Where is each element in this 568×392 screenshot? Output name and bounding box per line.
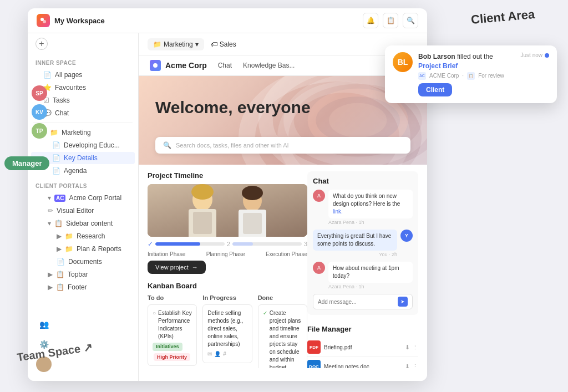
portal-nav-chat[interactable]: Chat	[218, 62, 232, 69]
folder-research-icon: ▶	[57, 232, 62, 240]
expand-icon: ▾	[48, 220, 51, 227]
clipboard-button[interactable]: 📋	[383, 13, 398, 28]
more-icon-1[interactable]: ⋮	[412, 344, 418, 351]
chevron-down-icon: ▾	[195, 40, 199, 48]
client-portals-label: CLIENT PORTALS	[28, 177, 138, 191]
doc-icon3: 📄	[52, 167, 60, 175]
notification-popup: BL Bob Larson filled out the Project Bri…	[385, 45, 557, 103]
svg-point-1	[43, 20, 46, 23]
expand-icon2: ▶	[48, 271, 53, 278]
file-name-1: Briefing.pdf	[324, 344, 402, 350]
chat-message-1: A What do you think on new design option…	[313, 190, 413, 225]
notif-text: Bob Larson filled out the Project Brief	[418, 52, 515, 71]
sidebar-item-footer[interactable]: ▶ 📋 Footer	[31, 281, 135, 293]
progress-bar-1	[155, 242, 225, 246]
app-logo	[37, 14, 50, 27]
file-manager-section: File Manager PDF Briefing.pdf ⬇ ⋮	[307, 325, 418, 368]
portal-content: Acme Corp Chat Knowledge Bas... W	[139, 55, 427, 381]
svg-rect-10	[193, 212, 212, 234]
content-panels: Project Timeline	[139, 165, 427, 368]
workspace-title: My Workspace	[54, 17, 358, 25]
sidebar-item-documents[interactable]: 📄 Documents	[31, 256, 135, 268]
users-icon[interactable]: 👥	[36, 317, 52, 332]
chat-widget-title: Chat	[313, 177, 413, 185]
footer-icon: 📋	[56, 283, 64, 291]
sidebar-bottom-actions: 👥 ⚙️	[32, 317, 55, 372]
folder-nav-icon: 📁	[153, 40, 161, 48]
chat-widget: Chat A What do you think on new design o…	[307, 171, 418, 315]
notif-link[interactable]: Project Brief	[418, 62, 458, 70]
avatar-kv[interactable]: KV	[32, 104, 47, 120]
sidebar-item-acme-corp[interactable]: ▾ AC Acme Corp Portal	[31, 192, 135, 204]
chat-avatar-azara1: A	[313, 190, 325, 202]
doc-icon: 📄	[52, 141, 60, 149]
notif-avatar: BL	[393, 52, 413, 72]
left-panel: Project Timeline	[148, 171, 307, 362]
chat-bubble-1: What do you think on new design options?…	[328, 190, 413, 218]
arrow-right-icon: →	[192, 264, 198, 271]
top-bar: My Workspace 🔔 📋 🔍	[28, 8, 427, 33]
chat-link[interactable]: link.	[333, 208, 343, 215]
welcome-banner: Welcome, everyone 🔍 Search docs, tasks, …	[139, 76, 427, 165]
notif-dot	[545, 53, 549, 58]
sales-nav[interactable]: 🏷 Sales	[211, 40, 236, 48]
kanban-todo-card: ○ Establish Key Performance Indicators (…	[148, 304, 197, 366]
portal-title-bar: Acme Corp Chat Knowledge Bas...	[139, 55, 427, 76]
chat-input-field[interactable]	[318, 299, 394, 305]
sidebar-item-topbar[interactable]: ▶ 📋 Topbar	[31, 268, 135, 281]
welcome-heading: Welcome, everyone	[155, 98, 311, 117]
expand-icon3: ▶	[48, 283, 53, 291]
progress-fill-2	[232, 242, 253, 246]
timeline-photo	[148, 184, 307, 237]
search-icon: 🔍	[163, 141, 171, 149]
initiatives-badge: Initiatives	[153, 343, 182, 351]
folder-plan-icon: ▶	[57, 245, 62, 253]
tag-icon: 🏷	[211, 40, 217, 48]
chat-avatar-azara2: A	[313, 262, 325, 274]
kanban-inprogress-card: Define selling methods (e.g., direct sal…	[202, 304, 252, 363]
file-item-1: PDF Briefing.pdf ⬇ ⋮	[307, 338, 418, 357]
svg-point-14	[191, 184, 214, 200]
sidebar-item-plan-reports[interactable]: ▶ 📁 Plan & Reports	[31, 243, 135, 255]
sidebar-item-research[interactable]: ▶ 📁 Research	[31, 230, 135, 242]
file-manager-title: File Manager	[307, 325, 418, 333]
portal-logo-icon	[150, 60, 161, 71]
content-topbar: 📁 Marketing ▾ 🏷 Sales	[139, 33, 427, 55]
more-icon-2[interactable]: ⋮	[412, 363, 418, 369]
portal-nav-knowledge[interactable]: Knowledge Bas...	[243, 62, 295, 69]
svg-point-2	[153, 63, 158, 68]
download-icon-2[interactable]: ⬇	[405, 363, 410, 369]
chat-meta-1: Azara Pena · 1h	[328, 220, 413, 225]
chat-input-row[interactable]: ➤	[313, 294, 413, 309]
card-icons: ✉ 👤 #	[207, 350, 247, 358]
chat-send-button[interactable]: ➤	[398, 297, 408, 307]
download-icon-1[interactable]: ⬇	[405, 344, 410, 351]
search-overlay[interactable]: 🔍 Search docs, tasks, files and other wi…	[155, 137, 410, 154]
kanban-columns: To do ○ Establish Key Performance Indica…	[148, 294, 307, 368]
phase-2-number: 2	[227, 241, 230, 247]
progress-fill-1	[155, 242, 200, 246]
sidebar-item-sidebar-content[interactable]: ▾ 📋 Sidebar content	[31, 217, 135, 230]
client-area-annotation: Client Area	[470, 7, 535, 27]
svg-rect-7	[148, 184, 307, 237]
add-item-button[interactable]: +	[36, 38, 48, 50]
review-icon: 📋	[467, 72, 475, 80]
client-button[interactable]: Client	[418, 83, 452, 96]
timeline-phase-labels: Initiation Phase Planning Phase Executio…	[148, 251, 307, 257]
avatar-sp[interactable]: SP	[32, 85, 47, 101]
done-col-title: Done	[258, 294, 307, 301]
user-icon: 👤	[214, 350, 221, 358]
sidebar-item-all-pages[interactable]: 📄 All pages	[31, 69, 135, 81]
avatar-tp[interactable]: TP	[32, 123, 47, 139]
kanban-done-card: ✓ Create project plans and timeline and …	[258, 304, 307, 368]
sidebar-item-developing-educ[interactable]: 📄 Developing Educ...	[31, 139, 135, 151]
svg-rect-13	[243, 213, 262, 234]
search-button[interactable]: 🔍	[403, 13, 418, 28]
notif-content: Bob Larson filled out the Project Brief …	[418, 52, 515, 96]
pencil-icon: ✏	[48, 207, 53, 215]
view-project-button[interactable]: View project →	[148, 261, 206, 274]
notifications-button[interactable]: 🔔	[363, 13, 378, 28]
inner-space-label: INNER SPACE	[28, 54, 138, 68]
marketing-nav[interactable]: 📁 Marketing ▾	[148, 38, 204, 50]
sidebar-item-visual-editor[interactable]: ✏ Visual Editor	[31, 205, 135, 217]
